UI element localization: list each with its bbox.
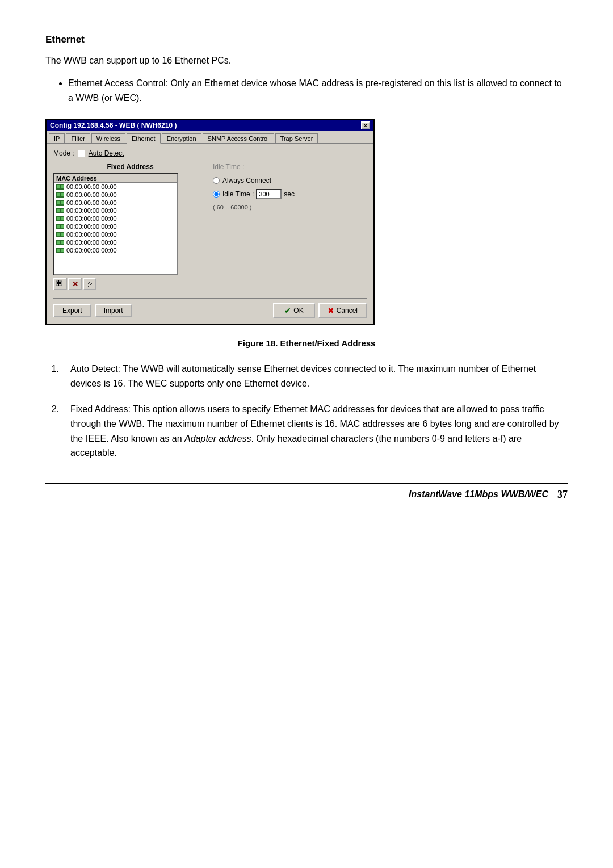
table-row: 00:00:00:00:00:00 (54, 246, 177, 254)
mac-list-container[interactable]: MAC Address 00:00:00:00:00:00 00:00:00:0… (53, 173, 178, 275)
mac-device-icon (56, 224, 64, 229)
table-row: 00:00:00:00:00:00 (54, 238, 177, 246)
dialog-titlebar: Config 192.168.4.56 - WEB ( NWH6210 ) × (47, 120, 373, 131)
mode-value: Auto Detect (89, 149, 124, 157)
mac-header-label: MAC Address (56, 175, 97, 182)
dialog-window: Config 192.168.4.56 - WEB ( NWH6210 ) × … (45, 119, 375, 325)
mac-address: 00:00:00:00:00:00 (66, 191, 117, 198)
tab-trap-server[interactable]: Trap Server (275, 133, 318, 143)
idle-time-radio-label: Idle Time : (222, 190, 254, 198)
mac-list-inner: 00:00:00:00:00:00 00:00:00:00:00:00 00:0… (54, 183, 177, 254)
mac-address: 00:00:00:00:00:00 (66, 183, 117, 190)
list-number: 1. (45, 362, 59, 391)
table-row: 00:00:00:00:00:00 (54, 191, 177, 199)
mac-address: 00:00:00:00:00:00 (66, 223, 117, 230)
intro-text: The WWB can support up to 16 Ethernet PC… (45, 56, 568, 66)
page-content: Ethernet The WWB can support up to 16 Et… (45, 34, 568, 501)
numbered-list: 1. Auto Detect: The WWB will automatical… (45, 362, 568, 460)
list-number: 2. (45, 402, 59, 460)
list-item: 1. Auto Detect: The WWB will automatical… (45, 362, 568, 391)
cancel-button[interactable]: ✖ Cancel (318, 303, 367, 318)
tab-ip[interactable]: IP (49, 133, 65, 143)
always-connect-radio[interactable] (213, 177, 220, 184)
import-button[interactable]: Import (95, 304, 132, 317)
mac-device-icon (56, 208, 64, 213)
idle-time-input-row: Idle Time : sec (222, 189, 295, 199)
tab-snmp-access-control[interactable]: SNMP Access Control (203, 133, 274, 143)
bottom-right-buttons: ✔ OK ✖ Cancel (273, 303, 367, 318)
svg-rect-3 (58, 280, 59, 286)
svg-line-4 (90, 282, 92, 283)
mac-add-button[interactable] (53, 278, 67, 290)
table-row: 00:00:00:00:00:00 (54, 199, 177, 207)
mac-address: 00:00:00:00:00:00 (66, 239, 117, 246)
mac-device-icon (56, 240, 64, 245)
footer-text: InstantWave 11Mbps WWB/WEC (409, 489, 548, 500)
mac-address: 00:00:00:00:00:00 (66, 215, 117, 222)
idle-time-label: Idle Time : (213, 163, 367, 171)
mac-address: 00:00:00:00:00:00 (66, 231, 117, 238)
mode-label: Mode : (53, 149, 74, 157)
list-content: Fixed Address: This option allows users … (70, 402, 568, 460)
list-content: Auto Detect: The WWB will automatically … (70, 362, 568, 391)
table-row: 00:00:00:00:00:00 (54, 223, 177, 230)
page-footer: InstantWave 11Mbps WWB/WEC 37 (45, 483, 568, 501)
dialog-body: Mode : Auto Detect Fixed Address MAC Add… (47, 144, 373, 324)
cancel-label: Cancel (337, 307, 358, 315)
idle-time-radio-row: Idle Time : sec (213, 189, 367, 199)
table-row: 00:00:00:00:00:00 (54, 230, 177, 238)
idle-time-radio[interactable] (213, 191, 220, 198)
mac-device-icon (56, 216, 64, 221)
ok-button[interactable]: ✔ OK (273, 303, 314, 318)
idle-time-panel: Idle Time : Always Connect Idle Time : s… (213, 163, 367, 290)
bullet-list: Ethernet Access Control: Only an Etherne… (68, 76, 568, 105)
mac-list-header: MAC Address (54, 174, 177, 183)
table-row: 00:00:00:00:00:00 (54, 207, 177, 215)
dialog-main-area: Fixed Address MAC Address 00:00:00:00:00… (53, 163, 367, 290)
mac-edit-button[interactable] (83, 278, 96, 290)
tab-wireless[interactable]: Wireless (91, 133, 125, 143)
idle-time-unit: sec (284, 190, 295, 198)
dialog-tabs: IP Filter Wireless Ethernet Encryption S… (47, 131, 373, 144)
idle-time-value-input[interactable] (256, 189, 282, 199)
table-row: 00:00:00:00:00:00 (54, 215, 177, 223)
always-connect-label: Always Connect (222, 177, 271, 184)
always-connect-row: Always Connect (213, 177, 367, 184)
panel-title: Fixed Address (53, 163, 207, 171)
mac-device-icon (56, 232, 64, 237)
tab-ethernet[interactable]: Ethernet (127, 133, 161, 144)
mac-device-icon (56, 192, 64, 198)
idle-time-range: ( 60 .. 60000 ) (213, 204, 367, 211)
mac-address: 00:00:00:00:00:00 (66, 199, 117, 206)
list-item: 2. Fixed Address: This option allows use… (45, 402, 568, 460)
dialog-bottom-buttons: Export Import ✔ OK ✖ Cancel (53, 298, 367, 318)
tab-encryption[interactable]: Encryption (162, 133, 201, 143)
tab-filter[interactable]: Filter (66, 133, 90, 143)
cancel-x-icon: ✖ (328, 306, 334, 315)
mac-address: 00:00:00:00:00:00 (66, 247, 117, 254)
mac-address: 00:00:00:00:00:00 (66, 207, 117, 214)
ok-label: OK (293, 307, 303, 315)
mac-toolbar: ✕ (53, 278, 207, 290)
mac-delete-button[interactable]: ✕ (68, 278, 82, 290)
mode-checkbox[interactable] (78, 150, 85, 157)
list-item: Ethernet Access Control: Only an Etherne… (68, 76, 568, 105)
dialog-title: Config 192.168.4.56 - WEB ( NWH6210 ) (50, 121, 177, 129)
figure-caption: Figure 18. Ethernet/Fixed Address (45, 338, 568, 348)
footer-page-number: 37 (557, 489, 568, 501)
export-button[interactable]: Export (53, 304, 91, 317)
section-heading: Ethernet (45, 34, 568, 45)
mac-device-icon (56, 248, 64, 253)
mode-row: Mode : Auto Detect (53, 149, 367, 157)
mac-device-icon (56, 184, 64, 190)
bottom-left-buttons: Export Import (53, 304, 132, 317)
ok-checkmark-icon: ✔ (284, 306, 291, 315)
fixed-address-panel: Fixed Address MAC Address 00:00:00:00:00… (53, 163, 207, 290)
dialog-close-button[interactable]: × (361, 121, 370, 129)
list-content-italic: Adapter address (184, 434, 251, 443)
mac-device-icon (56, 200, 64, 206)
table-row: 00:00:00:00:00:00 (54, 183, 177, 191)
